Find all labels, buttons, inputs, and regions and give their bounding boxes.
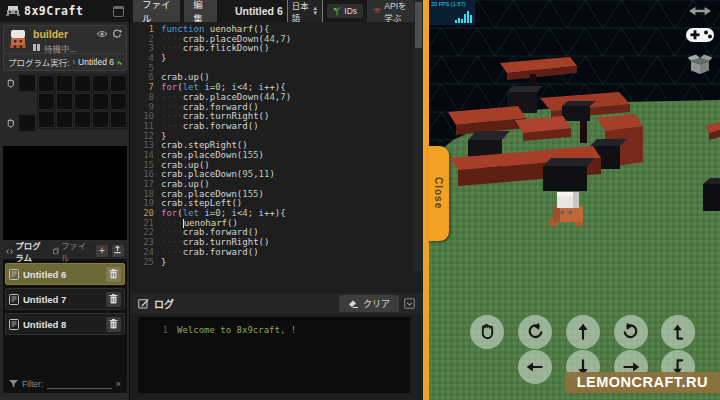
inventory-slot[interactable]: [56, 111, 73, 128]
tab-programs[interactable]: プログラム: [6, 239, 49, 263]
clear-log-button[interactable]: クリア: [339, 295, 399, 312]
tab-files[interactable]: ファイル: [53, 239, 88, 263]
program-list-item[interactable]: Untitled 6: [5, 263, 125, 285]
inventory-slot[interactable]: [74, 75, 91, 92]
code-line[interactable]: 3····crab.flickDown(): [130, 44, 423, 54]
delete-program-button[interactable]: [106, 317, 121, 332]
trash-icon: [109, 294, 118, 304]
hand-slot-icon: [5, 118, 16, 129]
line-number: 25: [130, 258, 161, 268]
log-output: 1Welcome to 8x9craft, !: [138, 317, 410, 393]
inventory-slot[interactable]: [38, 75, 55, 92]
ids-button[interactable]: IDs: [327, 4, 363, 18]
code-line[interactable]: 4}: [130, 54, 423, 64]
rotate-right-icon: [621, 322, 641, 342]
rotate-left-icon: [525, 322, 545, 342]
open-box-icon[interactable]: [687, 54, 713, 75]
control-rotate-left-button[interactable]: [518, 315, 552, 349]
log-header: ログ クリア: [130, 293, 423, 314]
trash-icon: [109, 319, 118, 329]
inventory-slot[interactable]: [56, 75, 73, 92]
inventory: [5, 74, 125, 136]
inventory-slot[interactable]: [92, 75, 109, 92]
editor-scrollbar[interactable]: [414, 0, 423, 271]
inventory-slot[interactable]: [74, 111, 91, 128]
inventory-side-slots: [5, 74, 35, 136]
code-editor[interactable]: 1function uenoharf(){2····crab.placeDown…: [130, 22, 423, 293]
upload-program-button[interactable]: [112, 245, 124, 257]
program-panel: プログラム ファイル + Untitled 6Untitled 7Untitle…: [3, 243, 127, 393]
inventory-slot[interactable]: [38, 111, 55, 128]
inventory-slot[interactable]: [110, 111, 127, 128]
control-step-up-button[interactable]: [661, 315, 695, 349]
inventory-slot[interactable]: [56, 93, 73, 110]
document-title: Untitled 6: [235, 5, 283, 17]
control-move-forward-button[interactable]: [566, 315, 600, 349]
scrollbar-thumb[interactable]: [415, 2, 422, 48]
move-left-icon: [525, 357, 545, 377]
sidebar: 8x9Craft builder 待機中... プログラム: [0, 0, 130, 400]
program-list-item[interactable]: Untitled 7: [5, 288, 125, 310]
resize-view-icon[interactable]: [689, 6, 711, 16]
log-title: ログ: [154, 296, 174, 311]
robot-name: builder: [33, 29, 77, 40]
code-line[interactable]: 24····crab.forward(): [130, 248, 423, 258]
log-entry: 1Welcome to 8x9craft, !: [138, 325, 410, 336]
pause-icon: [33, 43, 41, 53]
close-panel-tab[interactable]: Close: [428, 146, 449, 241]
sapling-icon: [333, 7, 341, 16]
filter-clear-button[interactable]: ×: [116, 379, 121, 389]
line-number: 8: [130, 93, 161, 103]
inventory-side-pair: [5, 114, 36, 132]
program-name: Untitled 6: [23, 269, 102, 280]
graduation-cap-icon: [373, 7, 381, 15]
fps-widget: 20 FPS (1-57): [429, 0, 475, 25]
code-line[interactable]: 11····crab.forward(): [130, 122, 423, 132]
control-rotate-right-button[interactable]: [614, 315, 648, 349]
game-view: 20 FPS (1-57) Close LEMONCRAFT.RU: [423, 0, 720, 400]
code-line[interactable]: 25}: [130, 258, 423, 268]
reload-icon[interactable]: [112, 29, 122, 39]
program-file-icon: [9, 269, 19, 280]
inventory-slot[interactable]: [110, 93, 127, 110]
hand-icon: [477, 322, 497, 342]
gamepad-icon[interactable]: [685, 25, 715, 45]
eye-icon[interactable]: [96, 30, 108, 38]
select-arrows-icon: ▲▼: [312, 6, 318, 16]
document-icon: [73, 57, 75, 67]
program-list: Untitled 6Untitled 7Untitled 8: [3, 259, 127, 342]
program-name: Untitled 7: [23, 294, 102, 305]
inventory-slot[interactable]: [18, 114, 36, 132]
run-row: プログラム実行: Untitled 6: [4, 53, 126, 70]
robot-avatar: [8, 29, 28, 49]
filter-input[interactable]: [47, 378, 111, 389]
collapse-log-button[interactable]: [404, 298, 415, 309]
hand-slot-icon: [5, 78, 16, 89]
delete-program-button[interactable]: [106, 292, 121, 307]
step-up-icon: [668, 322, 688, 342]
add-program-button[interactable]: +: [96, 245, 108, 257]
inventory-slot[interactable]: [110, 75, 127, 92]
control-move-left-button[interactable]: [518, 350, 552, 384]
inventory-slot[interactable]: [74, 93, 91, 110]
inventory-slot[interactable]: [92, 111, 109, 128]
delete-program-button[interactable]: [106, 267, 121, 282]
eraser-icon: [348, 300, 359, 308]
collapse-sidebar-button[interactable]: [113, 6, 124, 17]
app-logo: 8x9Craft: [24, 4, 83, 18]
logo-bar: 8x9Craft: [0, 0, 130, 22]
inventory-slot[interactable]: [38, 93, 55, 110]
inventory-slot[interactable]: [92, 93, 109, 110]
run-program-button[interactable]: [117, 55, 122, 70]
program-list-item[interactable]: Untitled 8: [5, 313, 125, 335]
editor-column: ファイル 編集 Untitled 6 日本語 ▲▼ IDs APIを学ぶ 1fu…: [130, 0, 423, 400]
line-number: 7: [130, 83, 161, 93]
line-number: 4: [130, 54, 161, 64]
preview-panel: [3, 146, 127, 240]
trash-icon: [109, 269, 118, 279]
log-line-number: 1: [138, 325, 168, 336]
menubar: ファイル 編集 Untitled 6 日本語 ▲▼ IDs APIを学ぶ: [130, 0, 423, 22]
inventory-slot[interactable]: [18, 74, 36, 92]
control-hand-button[interactable]: [470, 315, 504, 349]
upload-icon: [113, 245, 122, 254]
